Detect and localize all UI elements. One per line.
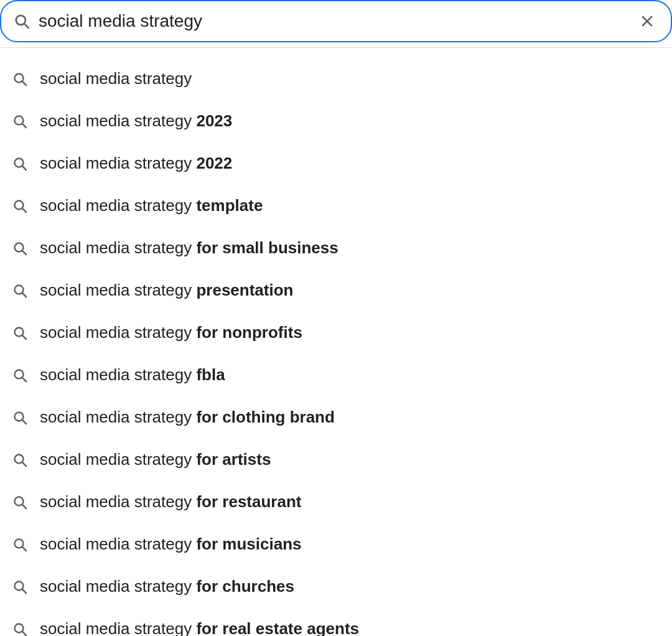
- search-bar: [0, 0, 672, 42]
- suggestion-item[interactable]: social media strategy 2023: [0, 100, 672, 143]
- suggestion-search-icon: [12, 72, 27, 87]
- suggestion-search-icon: [12, 410, 27, 425]
- clear-button[interactable]: [636, 10, 658, 32]
- svg-point-0: [16, 16, 26, 25]
- search-icon: [14, 13, 30, 29]
- svg-line-9: [23, 167, 27, 171]
- search-input[interactable]: [39, 11, 627, 31]
- suggestion-search-icon: [12, 283, 27, 298]
- svg-point-12: [15, 243, 24, 252]
- svg-line-1: [25, 24, 29, 28]
- suggestion-item[interactable]: social media strategy for real estate ag…: [0, 608, 672, 636]
- suggestion-item[interactable]: social media strategy: [0, 58, 672, 100]
- svg-point-4: [15, 74, 24, 83]
- suggestion-item[interactable]: social media strategy for artists: [0, 439, 672, 481]
- suggestion-text: social media strategy for artists: [40, 449, 271, 470]
- suggestion-search-icon: [12, 368, 27, 383]
- suggestion-search-icon: [12, 325, 27, 340]
- svg-point-16: [15, 328, 24, 337]
- suggestion-item[interactable]: social media strategy for nonprofits: [0, 312, 672, 354]
- svg-point-6: [15, 116, 24, 125]
- suggestion-text: social media strategy fbla: [40, 365, 225, 386]
- svg-line-5: [23, 82, 27, 86]
- suggestion-text: social media strategy 2022: [40, 153, 232, 174]
- svg-point-20: [15, 413, 24, 421]
- suggestion-search-icon: [12, 495, 27, 510]
- svg-point-22: [15, 455, 24, 464]
- suggestion-search-icon: [12, 452, 27, 467]
- svg-point-10: [15, 201, 24, 210]
- svg-line-15: [23, 294, 27, 297]
- suggestion-text: social media strategy for small business: [40, 238, 338, 259]
- suggestion-text: social media strategy for clothing brand: [40, 407, 335, 428]
- svg-line-7: [23, 124, 27, 128]
- svg-line-27: [23, 548, 27, 551]
- suggestion-text: social media strategy for nonprofits: [40, 322, 302, 344]
- svg-line-23: [23, 463, 27, 467]
- svg-point-28: [15, 582, 24, 591]
- svg-line-29: [23, 590, 27, 594]
- suggestion-search-icon: [12, 156, 27, 171]
- svg-line-31: [23, 632, 27, 636]
- svg-line-25: [23, 505, 27, 509]
- svg-point-26: [15, 540, 24, 548]
- svg-point-18: [15, 370, 24, 379]
- suggestion-text: social media strategy presentation: [40, 280, 293, 301]
- suggestion-search-icon: [12, 537, 27, 552]
- svg-point-8: [15, 159, 24, 167]
- suggestion-text: social media strategy for musicians: [40, 534, 302, 555]
- suggestion-item[interactable]: social media strategy template: [0, 185, 672, 227]
- suggestion-search-icon: [12, 579, 27, 594]
- suggestion-text: social media strategy: [40, 68, 192, 90]
- suggestion-item[interactable]: social media strategy for small business: [0, 227, 672, 269]
- svg-point-14: [15, 286, 24, 294]
- search-bar-container: [0, 0, 672, 42]
- suggestion-text: social media strategy for churches: [40, 576, 294, 597]
- svg-point-30: [15, 624, 24, 633]
- suggestion-item[interactable]: social media strategy presentation: [0, 269, 672, 312]
- suggestion-item[interactable]: social media strategy fbla: [0, 354, 672, 396]
- suggestion-text: social media strategy template: [40, 195, 263, 217]
- suggestion-text: social media strategy for real estate ag…: [40, 619, 359, 636]
- suggestion-item[interactable]: social media strategy for musicians: [0, 523, 672, 566]
- suggestion-search-icon: [12, 114, 27, 129]
- svg-line-21: [23, 421, 27, 424]
- suggestion-text: social media strategy for restaurant: [40, 492, 302, 513]
- svg-line-19: [23, 378, 27, 382]
- svg-line-11: [23, 209, 27, 213]
- svg-line-13: [23, 251, 27, 255]
- suggestion-item[interactable]: social media strategy for clothing brand: [0, 396, 672, 439]
- suggestion-search-icon: [12, 199, 27, 213]
- suggestion-item[interactable]: social media strategy 2022: [0, 143, 672, 185]
- suggestion-text: social media strategy 2023: [40, 111, 232, 132]
- suggestion-item[interactable]: social media strategy for churches: [0, 566, 672, 608]
- suggestion-search-icon: [12, 622, 27, 636]
- suggestion-search-icon: [12, 241, 27, 256]
- svg-line-17: [23, 336, 27, 340]
- divider: [0, 47, 672, 48]
- suggestions-list: social media strategy social media strat…: [0, 53, 672, 636]
- suggestion-item[interactable]: social media strategy for restaurant: [0, 481, 672, 523]
- svg-point-24: [15, 497, 24, 506]
